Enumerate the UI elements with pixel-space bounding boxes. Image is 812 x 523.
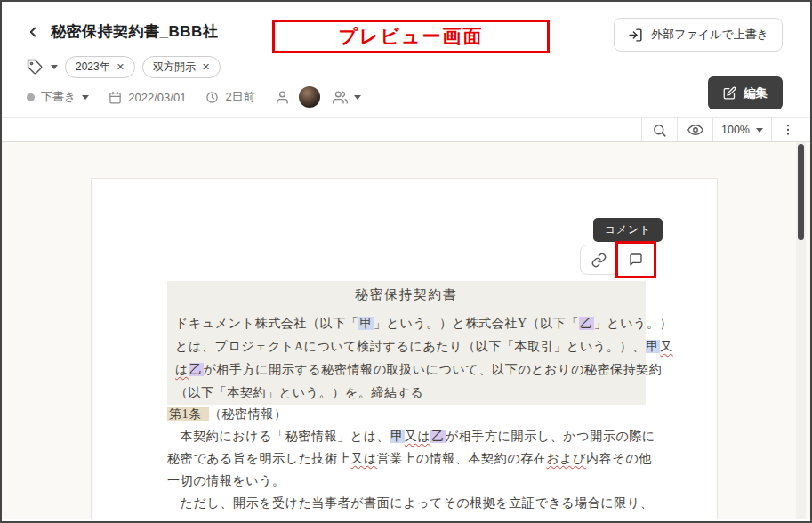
text-segment: 」という。） [594, 317, 673, 330]
text-segment: 乙 [430, 430, 446, 443]
chevron-down-icon [756, 128, 763, 133]
file-import-icon [628, 28, 643, 43]
chevron-down-icon [51, 65, 58, 69]
text-segment: および [546, 452, 586, 465]
vertical-scrollbar[interactable] [796, 142, 806, 519]
document-page: コメント 秘密保持契約書 ドキュメント株式会社（以 [91, 178, 718, 519]
status-label: 下書き [41, 89, 76, 105]
annotation-comment-highlight [615, 241, 656, 278]
zoom-level-value: 100% [721, 124, 750, 136]
text-segment: 一切の情報をいう。 [167, 474, 285, 487]
tag-chip: 2023年 ✕ [65, 56, 135, 78]
tag-icon [27, 59, 44, 76]
eye-icon [687, 122, 703, 138]
updated-value: 2日前 [225, 89, 254, 105]
tag-chip-label: 双方開示 [153, 60, 196, 75]
status-dot-icon [27, 93, 35, 101]
comment-tooltip: コメント [593, 218, 663, 242]
more-options-button[interactable] [771, 118, 803, 141]
text-segment: 又は [405, 430, 431, 443]
users-icon [333, 90, 348, 105]
chevron-down-icon [354, 95, 361, 100]
edit-button-label: 編集 [744, 85, 768, 101]
meta-row: 下書き 2022/03/01 2日前 [27, 86, 381, 108]
text-segment: （以下「本契約」という。）を。締結する [175, 386, 423, 399]
contract-title: 秘密保持契約書 [167, 285, 646, 304]
text-segment: ドキュメント株式会社（以下「 [175, 317, 358, 330]
edit-pencil-icon [723, 86, 736, 100]
tags-row: 2023年 ✕ 双方開示 ✕ [27, 56, 221, 78]
calendar-icon [109, 91, 122, 104]
user-icon [275, 90, 290, 105]
search-button[interactable] [641, 118, 677, 141]
chevron-left-icon [25, 24, 41, 40]
link-icon [591, 253, 607, 268]
doc-line: は乙が相手方に開示する秘密情報の取扱いについて、以下のとおりの秘密保持契約 [175, 358, 646, 382]
doc-line: 本契約における「秘密情報」とは、甲又は乙が相手方に開示し、かつ開示の際に [167, 425, 665, 447]
overwrite-button-label: 外部ファイルで上書き [651, 27, 768, 43]
text-segment: 乙 [189, 363, 204, 376]
preview-toolbar: 100% [2, 117, 810, 142]
date-value: 2022/03/01 [128, 91, 186, 104]
overwrite-external-file-button[interactable]: 外部ファイルで上書き [614, 18, 783, 52]
back-button[interactable] [25, 24, 41, 40]
text-segment: 営業上の情報、本契約の存在 [377, 452, 546, 465]
doc-line: ドキュメント株式会社（以下「甲」という。）と株式会社Y（以下「乙」という。） [175, 312, 646, 335]
doc-line: （以下「本契約」という。）を。締結する [175, 382, 646, 405]
text-segment: が相手方に開示し、かつ開示の際に [446, 430, 655, 443]
text-segment: 内容その他 [586, 452, 652, 465]
doc-line: ただし、開示を受けた当事者が書面によってその根拠を立証できる場合に限り、 [167, 492, 665, 514]
intro-paragraph: ドキュメント株式会社（以下「甲」という。）と株式会社Y（以下「乙」という。）とは… [167, 312, 646, 405]
doc-line: 秘密である旨を明示した技術上又は営業上の情報、本契約の存在および内容その他 [167, 447, 665, 470]
text-segment: 甲 [646, 340, 661, 353]
owner-group [275, 86, 320, 108]
selected-intro-block[interactable]: 秘密保持契約書 ドキュメント株式会社（以下「甲」という。）と株式会社Y（以下「乙… [167, 281, 646, 405]
text-segment: 以下の情報は秘密情報の対象外とするものとする。 [167, 519, 469, 519]
clock-icon [205, 91, 219, 104]
edit-button[interactable]: 編集 [708, 76, 783, 109]
text-segment: が相手方に開示する秘密情報の取扱いについて、以下のとおりの秘密保持契約 [204, 363, 663, 376]
last-updated: 2日前 [205, 89, 254, 105]
remove-tag-icon[interactable]: ✕ [117, 62, 125, 72]
view-mode-button[interactable] [677, 118, 712, 141]
document-preview-window: 秘密保持契約書_BBB社 プレビュー画面 外部ファイルで上書き 2023年 ✕ … [0, 0, 812, 523]
doc-line: とは、プロジェクトAについて検討するにあたり（以下「本取引」という。）、甲又 [175, 335, 646, 358]
avatar[interactable] [299, 86, 320, 108]
tag-chip-label: 2023年 [76, 60, 110, 75]
comment-button[interactable] [629, 253, 643, 267]
text-segment: 又は [350, 452, 377, 465]
header: 秘密保持契約書_BBB社 プレビュー画面 外部ファイルで上書き 2023年 ✕ … [2, 2, 810, 117]
article-1-section: 第1条 （秘密情報） 本契約における「秘密情報」とは、甲又は乙が相手方に開示し、… [167, 403, 665, 519]
preview-area: コメント 秘密保持契約書 ドキュメント株式会社（以 [2, 142, 810, 519]
doc-line: 以下の情報は秘密情報の対象外とするものとする。 [167, 514, 665, 519]
annotation-preview-screen: プレビュー画面 [272, 20, 550, 53]
text-segment: は [175, 363, 189, 376]
text-segment: 甲 [390, 430, 405, 443]
tag-dropdown-button[interactable] [27, 59, 58, 76]
remove-tag-icon[interactable]: ✕ [202, 62, 210, 72]
scrollbar-thumb[interactable] [798, 144, 804, 240]
text-segment: とは、プロジェクトAについて検討するにあたり（以下「本取引」という。）、 [175, 340, 646, 353]
doc-line: 一切の情報をいう。 [167, 470, 665, 492]
link-button[interactable] [581, 245, 616, 274]
contract-date: 2022/03/01 [109, 91, 186, 104]
text-segment: 第1条 [167, 407, 209, 421]
status-dropdown[interactable]: 下書き [27, 89, 89, 105]
comment-bubble-icon [629, 253, 643, 267]
chevron-down-icon [82, 95, 89, 100]
text-segment: 又 [660, 340, 673, 353]
text-segment: 本契約における「秘密情報」とは、 [167, 430, 390, 443]
left-panel-divider [12, 174, 12, 519]
text-segment: 」という。）と株式会社Y（以下「 [374, 317, 579, 330]
zoom-dropdown[interactable]: 100% [712, 118, 771, 141]
text-segment: 秘密である旨を明示した技術上 [167, 452, 350, 465]
page-title: 秘密保持契約書_BBB社 [51, 21, 218, 42]
title-row: 秘密保持契約書_BBB社 [25, 21, 218, 42]
members-dropdown[interactable] [333, 90, 361, 105]
text-segment: ただし、開示を受けた当事者が書面によってその根拠を立証できる場合に限り、 [167, 496, 653, 510]
doc-line: 第1条 （秘密情報） [167, 403, 665, 425]
text-segment: （秘密情報） [209, 407, 287, 421]
tag-chip: 双方開示 ✕ [142, 56, 221, 78]
kebab-menu-icon [781, 123, 795, 137]
search-icon [652, 123, 667, 138]
